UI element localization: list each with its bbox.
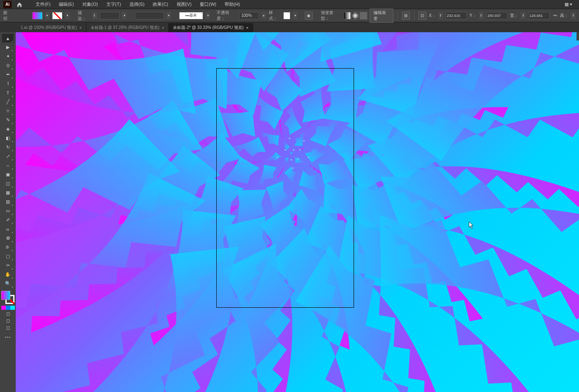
freeform-gradient-button[interactable] xyxy=(360,12,367,19)
close-icon[interactable]: × xyxy=(79,26,82,30)
type-tool[interactable]: T xyxy=(2,88,14,97)
w-label: 宽： xyxy=(510,13,518,19)
eyedropper-tool[interactable]: ✐ xyxy=(2,216,14,224)
fill-dropdown[interactable]: ▾ xyxy=(45,12,50,19)
recolor-artwork-button[interactable]: ◉ xyxy=(305,12,313,20)
stroke-dropdown[interactable]: ▾ xyxy=(65,12,70,19)
free-transform-tool[interactable]: ▣ xyxy=(2,170,14,179)
brush-dropdown[interactable]: ▾ xyxy=(206,12,211,19)
linear-gradient-button[interactable] xyxy=(343,12,351,19)
selection-tool[interactable]: ▲ xyxy=(2,34,14,43)
vwp-dropdown[interactable]: ▾ xyxy=(166,12,171,19)
line-segment-tool[interactable]: ╱ xyxy=(2,97,14,106)
tab-label: 未标题-1 @ 37.28% (RGB/GPU 预览) xyxy=(91,25,160,31)
object-type-label: 路径 xyxy=(3,10,11,21)
artboard-tool[interactable]: ▢ xyxy=(2,252,14,261)
gradient-tool[interactable]: ▭ xyxy=(2,207,14,215)
scale-tool[interactable]: ⤢ xyxy=(2,152,14,161)
tab-label: 未标题-2* @ 33.33% (RGB/GPU 预览) xyxy=(173,25,244,31)
app-logo: Ai xyxy=(3,1,12,8)
direct-selection-tool[interactable]: ▶ xyxy=(2,43,14,52)
blend-tool[interactable]: ∞ xyxy=(2,225,14,233)
menu-object[interactable]: 对象(O) xyxy=(78,0,102,9)
document-tab[interactable]: 未标题-2* @ 33.33% (RGB/GPU 预览) × xyxy=(169,23,253,32)
perspective-grid-tool[interactable]: ▦ xyxy=(2,188,14,197)
brush-definition[interactable]: ━━ 基本 xyxy=(179,12,203,19)
align-button[interactable]: ⊞ xyxy=(402,12,410,20)
variable-width-profile[interactable] xyxy=(135,12,164,19)
w-stepper[interactable]: ⇕ xyxy=(521,12,526,19)
graphic-style-swatch[interactable] xyxy=(283,12,290,19)
toolbox: ▲▶✦⊙✒⌇T╱☆✎◈◧↻⤢↔▣◫▦▥▭✐∞✿⊪▢✂✋🔍◻◻◻••• xyxy=(0,32,16,392)
opacity-dropdown[interactable]: ▸ xyxy=(261,12,266,19)
y-stepper[interactable]: ⇕ xyxy=(479,12,484,19)
document-tabs-bar: 1.ai @ 150% (RGB/GPU 预览) × 未标题-1 @ 37.28… xyxy=(0,22,579,32)
x-stepper[interactable]: ⇕ xyxy=(438,12,443,19)
canvas[interactable] xyxy=(16,32,579,392)
document-tab[interactable]: 1.ai @ 150% (RGB/GPU 预览) × xyxy=(17,23,86,32)
curvature-tool[interactable]: ⌇ xyxy=(2,79,14,88)
x-input[interactable] xyxy=(445,12,467,19)
magic-wand-tool[interactable]: ✦ xyxy=(2,52,14,61)
transform-panel-button[interactable]: ⊡ xyxy=(419,12,426,20)
stroke-weight-input[interactable] xyxy=(100,12,120,19)
draw-behind-mode[interactable]: ◻ xyxy=(2,317,14,324)
constrain-proportions-icon[interactable]: ⚯ xyxy=(552,12,557,19)
paintbrush-tool[interactable]: ✎ xyxy=(2,116,14,124)
menu-file[interactable]: 文件(F) xyxy=(31,0,55,9)
pen-tool[interactable]: ✒ xyxy=(2,70,14,79)
normal-draw-mode[interactable]: ◻ xyxy=(2,310,14,317)
stroke-weight-dropdown[interactable]: ▾ xyxy=(122,12,127,19)
fill-swatch[interactable] xyxy=(32,12,43,19)
opacity-input[interactable] xyxy=(239,12,259,19)
menu-window[interactable]: 窗口(W) xyxy=(196,0,220,9)
y-input[interactable] xyxy=(486,12,507,19)
stroke-weight-stepper[interactable]: ⇕ xyxy=(92,12,97,19)
lasso-tool[interactable]: ⊙ xyxy=(2,61,14,70)
cursor-icon xyxy=(469,221,474,229)
close-icon[interactable]: × xyxy=(162,26,164,30)
width-tool[interactable]: ↔ xyxy=(2,161,14,170)
menu-view[interactable]: 视图(V) xyxy=(172,0,196,9)
close-icon[interactable]: × xyxy=(246,26,249,30)
menu-type[interactable]: 文字(T) xyxy=(102,0,125,9)
document-tab[interactable]: 未标题-1 @ 37.28% (RGB/GPU 预览) × xyxy=(86,23,169,32)
fill-stroke-indicator[interactable] xyxy=(1,291,14,304)
edit-toolbar-icon[interactable]: ••• xyxy=(5,335,11,340)
tab-label: 1.ai @ 150% (RGB/GPU 预览) xyxy=(21,25,77,31)
shaper-tool[interactable]: ◈ xyxy=(2,125,14,133)
menu-select[interactable]: 选择(S) xyxy=(125,0,149,9)
home-icon[interactable] xyxy=(16,1,23,8)
control-bar: 路径 ▾ ▾ 描边： ⇕ ▾ ▾ ━━ 基本 ▾ 不透明度： ▸ 样式： ▾ ◉… xyxy=(0,9,579,22)
shape-builder-tool[interactable]: ◫ xyxy=(2,179,14,188)
x-label: X： xyxy=(429,13,436,19)
menu-bar: Ai 文件(F) 编辑(E) 对象(O) 文字(T) 选择(S) 效果(C) 视… xyxy=(0,0,579,9)
rotate-tool[interactable]: ↻ xyxy=(2,143,14,152)
mesh-tool[interactable]: ▥ xyxy=(2,197,14,206)
draw-inside-mode[interactable]: ◻ xyxy=(2,324,14,331)
radial-gradient-button[interactable] xyxy=(352,12,359,19)
h-label: 高： xyxy=(560,13,568,19)
rectangle-tool[interactable]: ☆ xyxy=(2,107,14,115)
brush-label: 基本 xyxy=(189,13,197,18)
stroke-swatch[interactable] xyxy=(52,12,62,19)
opacity-label: 不透明度： xyxy=(217,10,237,21)
zoom-tool[interactable]: 🔍 xyxy=(2,279,14,288)
symbol-sprayer-tool[interactable]: ✿ xyxy=(2,234,14,242)
workspace-switcher[interactable]: ▦ ▾ xyxy=(561,0,576,8)
slice-tool[interactable]: ✂ xyxy=(2,261,14,270)
menu-effect[interactable]: 效果(C) xyxy=(148,0,172,9)
edit-gradient-button[interactable]: 编辑渐变 xyxy=(370,9,393,23)
w-input[interactable] xyxy=(528,12,550,19)
color-mode-row[interactable] xyxy=(1,306,15,310)
style-label: 样式： xyxy=(269,10,281,21)
right-panel-collapsed-handle[interactable] xyxy=(577,32,579,40)
gradient-type-label: 渐变类型： xyxy=(321,10,341,21)
menu-help[interactable]: 帮助(H) xyxy=(220,0,244,9)
h-stepper[interactable]: ⇕ xyxy=(571,12,576,19)
hand-tool[interactable]: ✋ xyxy=(2,270,14,279)
eraser-tool[interactable]: ◧ xyxy=(2,134,14,143)
menu-edit[interactable]: 编辑(E) xyxy=(55,0,78,9)
column-graph-tool[interactable]: ⊪ xyxy=(2,243,14,252)
style-dropdown[interactable]: ▾ xyxy=(293,12,298,19)
